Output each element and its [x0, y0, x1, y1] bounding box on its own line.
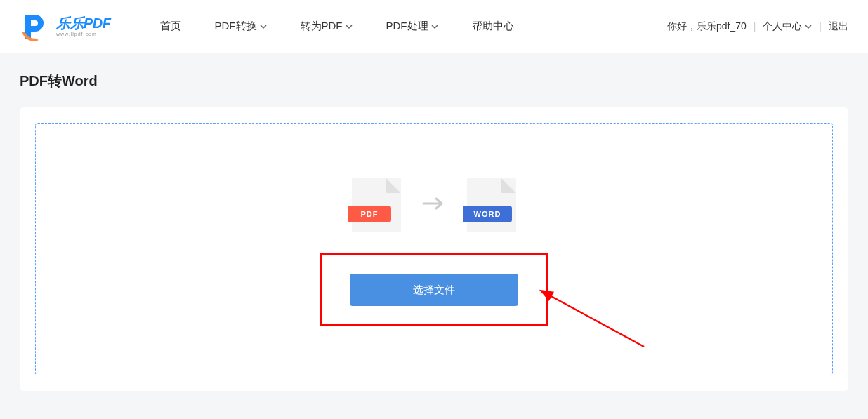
- top-header: 乐乐PDF www.llpdf.com 首页 PDF转换 转为PDF PDF处理…: [0, 0, 868, 53]
- brand-logo[interactable]: 乐乐PDF www.llpdf.com: [20, 11, 111, 43]
- separator: |: [819, 21, 822, 32]
- chevron-down-icon: [805, 21, 812, 32]
- nav-pdf-convert[interactable]: PDF转换: [215, 20, 267, 33]
- separator: |: [754, 21, 756, 32]
- user-center-label: 个人中心: [763, 20, 802, 33]
- nav-to-pdf-label: 转为PDF: [301, 20, 343, 33]
- word-badge: WORD: [463, 206, 512, 222]
- page-title: PDF转Word: [20, 72, 848, 91]
- arrow-right-icon: [422, 197, 446, 213]
- user-greeting: 你好，乐乐pdf_70: [667, 20, 747, 33]
- chevron-down-icon: [431, 20, 438, 32]
- dropzone[interactable]: PDF WORD 选择文件: [35, 123, 833, 375]
- choose-file-button[interactable]: 选择文件: [350, 274, 518, 306]
- page-body: PDF转Word PDF WORD: [0, 53, 868, 409]
- logout-link[interactable]: 退出: [829, 20, 848, 33]
- user-area: 你好，乐乐pdf_70 | 个人中心 | 退出: [667, 20, 848, 33]
- user-center-link[interactable]: 个人中心: [763, 20, 812, 33]
- annotation-arrow-icon: [539, 289, 651, 355]
- nav-help[interactable]: 帮助中心: [472, 20, 514, 33]
- pdf-badge: PDF: [348, 206, 391, 222]
- logo-url: www.llpdf.com: [56, 32, 111, 36]
- conversion-graphic: PDF WORD: [352, 178, 516, 232]
- logo-wordmark: 乐乐PDF: [56, 16, 111, 30]
- nav-home[interactable]: 首页: [160, 20, 181, 33]
- main-nav: 首页 PDF转换 转为PDF PDF处理 帮助中心: [160, 20, 514, 33]
- nav-pdf-process[interactable]: PDF处理: [386, 20, 438, 33]
- pdf-file-icon: PDF: [352, 178, 401, 232]
- logo-mark-icon: [20, 11, 52, 43]
- nav-pdf-process-label: PDF处理: [386, 20, 428, 33]
- word-file-icon: WORD: [467, 178, 516, 232]
- logo-text: 乐乐PDF www.llpdf.com: [56, 16, 111, 36]
- chevron-down-icon: [260, 20, 267, 32]
- upload-card: PDF WORD 选择文件: [20, 107, 848, 391]
- chevron-down-icon: [346, 20, 353, 32]
- nav-pdf-convert-label: PDF转换: [215, 20, 257, 33]
- svg-line-0: [548, 295, 644, 347]
- annotation-highlight-box: 选择文件: [320, 253, 548, 326]
- nav-to-pdf[interactable]: 转为PDF: [301, 20, 353, 33]
